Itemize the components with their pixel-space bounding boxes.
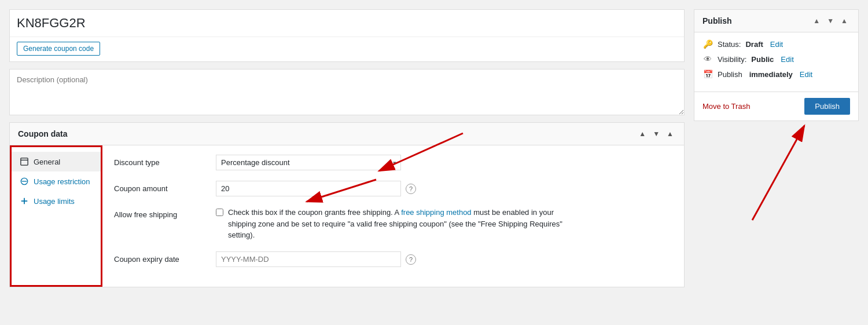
form-area: Discount type Percentage discount Fixed …: [102, 145, 684, 287]
publish-header: Publish ▲ ▼ ▲: [694, 10, 858, 32]
publish-up-button[interactable]: ▲: [811, 16, 822, 26]
coupon-code-section: KN8FGG2R Generate coupon code: [9, 9, 685, 62]
publish-footer: Move to Trash Publish: [694, 92, 858, 120]
visibility-edit-link[interactable]: Edit: [781, 55, 793, 64]
publish-title: Publish: [703, 16, 732, 25]
publish-box: Publish ▲ ▼ ▲ 🔑 Status: Draft Edit 👁 Vis…: [694, 9, 859, 121]
free-shipping-field: Check this box if the coupon grants free…: [216, 207, 672, 241]
coupon-amount-label: Coupon amount: [114, 181, 207, 193]
panel-toggle-button[interactable]: ▲: [664, 129, 676, 139]
coupon-data-header: Coupon data ▲ ▼ ▲: [10, 123, 684, 145]
publish-down-button[interactable]: ▼: [825, 16, 836, 26]
visibility-icon: 👁: [703, 54, 713, 64]
publish-body: 🔑 Status: Draft Edit 👁 Visibility: Publi…: [694, 32, 858, 92]
coupon-expiry-label: Coupon expiry date: [114, 251, 207, 264]
publish-header-controls: ▲ ▼ ▲: [811, 16, 850, 26]
free-shipping-description: Check this box if the coupon grants free…: [228, 207, 575, 241]
description-textarea[interactable]: [9, 69, 685, 115]
free-shipping-label: Allow free shipping: [114, 207, 207, 219]
panel-up-button[interactable]: ▲: [637, 129, 648, 139]
tab-general-label: General: [34, 158, 60, 166]
coupon-amount-input[interactable]: 20: [216, 181, 401, 196]
visibility-value: Public: [751, 55, 774, 64]
coupon-actions: Generate coupon code: [10, 36, 684, 61]
coupon-amount-help-icon[interactable]: ?: [406, 184, 416, 194]
publish-toggle-button[interactable]: ▲: [838, 16, 850, 26]
tab-usage-restriction-label: Usage restriction: [34, 177, 90, 186]
free-shipping-checkbox[interactable]: [216, 209, 223, 216]
coupon-amount-row: Coupon amount 20 ?: [114, 181, 672, 196]
coupon-data-title: Coupon data: [18, 129, 68, 138]
panel-down-button[interactable]: ▼: [650, 129, 662, 139]
block-icon: [20, 177, 29, 186]
free-shipping-wrapper: Check this box if the coupon grants free…: [216, 207, 575, 241]
svg-rect-0: [21, 158, 28, 165]
generate-coupon-button[interactable]: Generate coupon code: [17, 42, 100, 56]
publish-status-row: 🔑 Status: Draft Edit: [703, 39, 850, 49]
status-icon: 🔑: [703, 39, 713, 49]
discount-type-select[interactable]: Percentage discount Fixed cart discount …: [216, 155, 401, 170]
coupon-expiry-row: Coupon expiry date ?: [114, 251, 672, 267]
coupon-expiry-field: ?: [216, 251, 672, 267]
tab-usage-limits-label: Usage limits: [34, 197, 75, 206]
main-content: KN8FGG2R Generate coupon code Coupon dat…: [9, 9, 685, 316]
status-edit-link[interactable]: Edit: [770, 40, 783, 49]
tag-icon: [20, 157, 29, 166]
coupon-code-input[interactable]: KN8FGG2R: [10, 10, 684, 36]
tab-usage-restriction[interactable]: Usage restriction: [12, 171, 101, 191]
discount-type-label: Discount type: [114, 155, 207, 167]
discount-type-row: Discount type Percentage discount Fixed …: [114, 155, 672, 170]
publish-when-value: immediately: [749, 70, 793, 79]
visibility-label: Visibility:: [718, 55, 746, 64]
publish-visibility-row: 👁 Visibility: Public Edit: [703, 54, 850, 64]
tab-general[interactable]: General: [12, 152, 101, 171]
tab-usage-limits[interactable]: Usage limits: [12, 191, 101, 211]
free-shipping-row: Allow free shipping Check this box if th…: [114, 207, 672, 241]
move-to-trash-link[interactable]: Move to Trash: [703, 102, 750, 111]
free-shipping-method-link[interactable]: free shipping method: [401, 208, 471, 217]
publish-button[interactable]: Publish: [804, 98, 850, 115]
status-value: Draft: [745, 40, 763, 49]
status-label: Status:: [718, 40, 741, 49]
sidebar-panel: Publish ▲ ▼ ▲ 🔑 Status: Draft Edit 👁 Vis…: [694, 9, 859, 316]
panel-body: General Usage restriction: [10, 145, 684, 287]
coupon-expiry-help-icon[interactable]: ?: [406, 254, 416, 265]
publish-when-label: Publish: [718, 70, 742, 79]
calendar-icon: 📅: [703, 70, 713, 79]
discount-type-field: Percentage discount Fixed cart discount …: [216, 155, 672, 170]
discount-type-select-wrapper: Percentage discount Fixed cart discount …: [216, 155, 401, 170]
publish-when-row: 📅 Publish immediately Edit: [703, 70, 850, 79]
sidebar-tabs: General Usage restriction: [10, 145, 102, 287]
publish-when-edit-link[interactable]: Edit: [800, 70, 812, 79]
coupon-amount-field: 20 ?: [216, 181, 672, 196]
panel-controls: ▲ ▼ ▲: [637, 129, 676, 139]
coupon-data-panel: Coupon data ▲ ▼ ▲ General: [9, 122, 685, 287]
coupon-expiry-input[interactable]: [216, 251, 401, 267]
plus-icon: [20, 196, 29, 206]
